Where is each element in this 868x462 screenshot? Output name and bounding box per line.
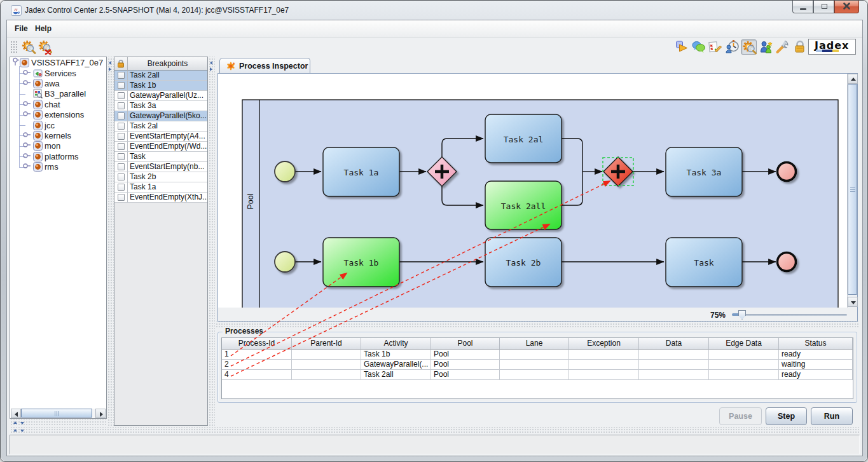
breakpoint-checkbox[interactable] (118, 133, 125, 140)
tree-item-kernels[interactable]: kernels (23, 130, 71, 140)
toolbar-grip[interactable] (10, 41, 18, 53)
breakpoint-checkbox[interactable] (118, 143, 125, 150)
diagram-vscrollbar[interactable] (847, 74, 857, 308)
column-header-activity[interactable]: Activity (361, 338, 431, 350)
breakpoint-row[interactable]: GatewayParallel(5ko... (114, 111, 207, 121)
breakpoints-lock-column-header[interactable] (114, 57, 128, 71)
breakpoint-row[interactable]: Task 2all (114, 71, 207, 81)
starter-icon[interactable] (673, 39, 689, 55)
breakpoints-header[interactable]: Breakpoints (128, 57, 207, 71)
column-header-parent-id[interactable]: Parent-Id (292, 338, 361, 350)
splitter-diagram-processes[interactable] (215, 322, 860, 327)
breakpoint-checkbox[interactable] (118, 173, 125, 180)
simulation-icon[interactable] (724, 39, 740, 55)
tree-item-root[interactable]: VSISSTAFF17_0e7 (11, 57, 103, 67)
breakpoint-row[interactable]: EventEndEmpty(XthJ... (114, 193, 207, 203)
breakpoint-label[interactable]: EventStartEmpty(A4... (128, 132, 207, 142)
close-button[interactable] (834, 1, 859, 13)
breakpoint-label[interactable]: Task 2b (128, 172, 207, 182)
breakpoint-label[interactable]: EventEndEmpty(XthJ... (128, 193, 207, 203)
splitter-main-bottom[interactable] (10, 427, 860, 434)
column-header-status[interactable]: Status (779, 338, 853, 350)
tree-hscrollbar[interactable] (11, 409, 106, 418)
breakpoint-label[interactable]: Task (128, 152, 207, 162)
tree-item-chat[interactable]: chat (23, 99, 60, 109)
titlebar[interactable]: Jadex Control Center 2.5-SNAPSHOT (Mai 4… (1, 1, 867, 20)
tab-process-inspector[interactable]: Process Inspector (219, 58, 310, 74)
column-header-lane[interactable]: Lane (500, 338, 569, 350)
breakpoint-label[interactable]: Task 1a (128, 182, 207, 193)
bpmn-start[interactable] (275, 252, 295, 272)
tree-expand-handle[interactable] (23, 79, 33, 88)
breakpoint-row[interactable]: GatewayParallel(Uz... (114, 91, 207, 101)
breakpoint-label[interactable]: GatewayParallel(5ko... (128, 111, 207, 121)
bpmn-end[interactable] (778, 253, 796, 271)
tree-expand-handle[interactable] (23, 69, 33, 78)
breakpoint-row[interactable]: EventEndEmpty(/Wd... (114, 142, 207, 152)
process-row[interactable]: 1Task 1bPoolready (222, 350, 853, 360)
splitter-tree-bottom[interactable] (10, 419, 107, 426)
tree-item-b3_parallel[interactable]: B3_parallel (23, 89, 86, 99)
maximize-button[interactable] (813, 1, 834, 13)
breakpoint-checkbox[interactable] (118, 82, 125, 89)
debugger-icon[interactable] (741, 39, 757, 55)
bpmn-start[interactable] (275, 161, 295, 182)
add-platform-icon[interactable] (21, 39, 37, 55)
column-header-edge-data[interactable]: Edge Data (709, 338, 779, 350)
breakpoint-row[interactable]: Task 1b (114, 81, 207, 91)
tree-item-jcc[interactable]: jcc (23, 120, 55, 130)
breakpoint-checkbox[interactable] (118, 163, 125, 170)
column-header-process-id[interactable]: Process-Id (222, 338, 292, 350)
chat-icon[interactable] (691, 39, 706, 55)
breakpoint-row[interactable]: Task (114, 152, 207, 162)
zoom-slider-track[interactable] (732, 314, 847, 316)
splitter-breakpoints-main[interactable] (208, 57, 215, 426)
kill-platform-icon[interactable] (38, 39, 53, 55)
breakpoint-checkbox[interactable] (118, 153, 125, 160)
security-lock-icon[interactable] (792, 39, 808, 55)
tree-item-platforms[interactable]: platforms (23, 151, 78, 161)
breakpoint-checkbox[interactable] (118, 123, 125, 130)
splitter-tree-breakpoints[interactable] (107, 57, 114, 426)
breakpoint-checkbox[interactable] (118, 72, 125, 79)
breakpoint-label[interactable]: Task 2al (128, 121, 207, 132)
breakpoint-label[interactable]: Task 3a (128, 101, 207, 111)
tree-expand-handle[interactable] (23, 141, 33, 151)
column-header-exception[interactable]: Exception (569, 338, 639, 350)
breakpoint-row[interactable]: EventStartEmpty(nb... (114, 162, 207, 172)
awareness-icon[interactable] (758, 39, 774, 55)
breakpoint-checkbox[interactable] (118, 112, 125, 119)
process-row[interactable]: 4Task 2allPoolready (222, 370, 853, 380)
bpmn-end[interactable] (778, 163, 796, 181)
tree-item-rms[interactable]: rms (23, 162, 59, 172)
minimize-button[interactable] (792, 1, 813, 13)
tree-item-extensions[interactable]: extensions (23, 110, 84, 120)
tree-item-mon[interactable]: mon (23, 141, 60, 151)
breakpoint-label[interactable]: EventStartEmpty(nb... (128, 162, 207, 172)
breakpoint-checkbox[interactable] (118, 194, 125, 201)
run-button[interactable]: Run (811, 407, 853, 425)
breakpoint-label[interactable]: GatewayParallel(Uz... (128, 91, 207, 101)
breakpoint-label[interactable]: Task 2all (128, 71, 207, 81)
breakpoint-row[interactable]: Task 3a (114, 101, 207, 111)
menu-help[interactable]: Help (35, 24, 52, 33)
tree-item-services[interactable]: Services (23, 68, 76, 78)
tree-expand-handle[interactable] (23, 152, 33, 161)
breakpoint-row[interactable]: Task 2al (114, 121, 207, 132)
tree-expand-handle[interactable] (23, 100, 33, 109)
breakpoint-row[interactable]: Task 2b (114, 172, 207, 182)
breakpoint-label[interactable]: EventEndEmpty(/Wd... (128, 142, 207, 152)
test-center-icon[interactable] (707, 39, 723, 55)
menu-file[interactable]: File (15, 24, 28, 33)
column-header-data[interactable]: Data (639, 338, 709, 350)
step-button[interactable]: Step (766, 407, 807, 425)
breakpoint-label[interactable]: Task 1b (128, 81, 207, 91)
wrench-icon[interactable] (775, 39, 790, 55)
process-row[interactable]: 2GatewayParallel(...Poolwaiting (222, 360, 853, 370)
tree-expand-handle[interactable] (23, 110, 33, 119)
tree-expand-handle[interactable] (23, 162, 33, 172)
tree-expand-handle[interactable] (23, 131, 33, 140)
bpmn-canvas[interactable]: PoolTask 1aTask 2alTask 2allTask 3aTask … (218, 74, 847, 308)
tree-expand-handle[interactable] (11, 57, 20, 68)
breakpoint-row[interactable]: Task 1a (114, 182, 207, 193)
